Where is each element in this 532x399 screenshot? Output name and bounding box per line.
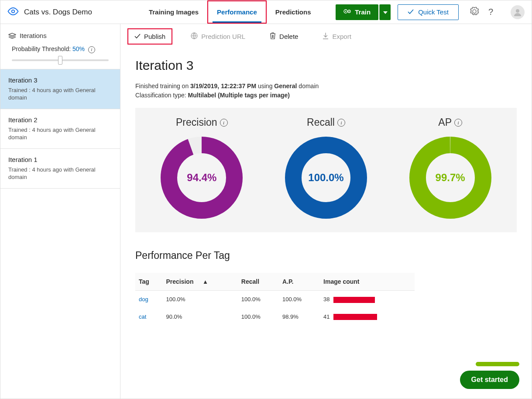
- col-tag[interactable]: Tag: [135, 273, 162, 291]
- per-tag-title: Performance Per Tag: [135, 250, 517, 261]
- iteration-item-title: Iteration 2: [8, 116, 112, 124]
- gears-icon: [343, 8, 351, 16]
- train-button[interactable]: Train: [336, 4, 378, 20]
- sidebar-header-label: Iterations: [20, 32, 47, 39]
- iteration-item-title: Iteration 1: [8, 156, 112, 163]
- precision-value: 94.4%: [160, 136, 243, 219]
- prediction-url-label: Prediction URL: [201, 33, 245, 40]
- iteration-item-1[interactable]: Iteration 2Trained : 4 hours ago with Ge…: [0, 109, 120, 148]
- globe-icon: [191, 32, 198, 41]
- iteration-item-subtitle: Trained : 4 hours ago with General domai…: [8, 86, 112, 102]
- prediction-url-button: Prediction URL: [185, 29, 251, 44]
- project-title: Cats vs. Dogs Demo: [24, 8, 92, 17]
- precision-donut: 94.4%: [160, 136, 243, 219]
- iteration-meta: Finished training on 3/19/2019, 12:22:37…: [135, 82, 517, 100]
- train-dropdown-button[interactable]: [379, 4, 391, 20]
- layers-icon: [8, 33, 16, 39]
- iteration-item-0[interactable]: Iteration 3Trained : 4 hours ago with Ge…: [0, 69, 120, 109]
- col-recall[interactable]: Recall: [238, 273, 279, 291]
- recall-value: 100.0%: [285, 136, 367, 219]
- table-row: dog100.0%100.0%100.0%38: [135, 291, 415, 308]
- delete-label: Delete: [279, 33, 298, 40]
- settings-gear-icon[interactable]: [470, 7, 479, 17]
- table-row: cat90.0%100.0%98.9%41: [135, 308, 415, 326]
- col-ap[interactable]: A.P.: [279, 273, 320, 291]
- precision-label: Precision: [176, 117, 217, 128]
- user-avatar[interactable]: [511, 5, 525, 19]
- check-icon: [134, 33, 141, 40]
- train-button-label: Train: [355, 8, 371, 16]
- col-precision[interactable]: Precision▴: [162, 273, 237, 291]
- caret-down-icon: [383, 9, 388, 15]
- download-icon: [323, 32, 329, 41]
- threshold-slider[interactable]: [12, 59, 109, 61]
- check-icon: [408, 8, 414, 16]
- sidebar-header: Iterations: [0, 24, 120, 43]
- svg-point-0: [12, 10, 14, 13]
- metric-precision: Precisioni 94.4%: [160, 117, 243, 219]
- tab-predictions[interactable]: Predictions: [267, 0, 320, 24]
- trash-icon: [270, 32, 276, 41]
- tab-performance[interactable]: Performance: [207, 0, 267, 24]
- info-icon[interactable]: i: [337, 119, 345, 127]
- iteration-item-2[interactable]: Iteration 1Trained : 4 hours ago with Ge…: [0, 148, 120, 189]
- main-tabs: Training Images Performance Predictions: [140, 0, 320, 24]
- export-button: Export: [316, 29, 357, 44]
- tag-link[interactable]: dog: [135, 291, 162, 308]
- top-nav: Cats vs. Dogs Demo Training Images Perfo…: [0, 0, 532, 24]
- progress-pill: [476, 362, 519, 366]
- svg-point-3: [345, 11, 347, 12]
- export-label: Export: [332, 33, 351, 40]
- quick-test-button[interactable]: Quick Test: [398, 4, 459, 20]
- quick-test-label: Quick Test: [418, 8, 449, 16]
- threshold-value: 50%: [72, 45, 85, 52]
- iteration-toolbar: Publish Prediction URL Delete Export: [120, 24, 532, 48]
- ap-value: 99.7%: [409, 136, 492, 219]
- svg-point-5: [516, 9, 519, 13]
- iteration-item-subtitle: Trained : 4 hours ago with General domai…: [8, 126, 112, 141]
- iteration-title: Iteration 3: [135, 58, 517, 73]
- recall-label: Recall: [307, 117, 335, 128]
- sidebar: Iterations Probability Threshold: 50% i …: [0, 24, 120, 399]
- ap-label: AP: [438, 117, 452, 128]
- slider-handle[interactable]: [58, 56, 62, 65]
- delete-button[interactable]: Delete: [264, 29, 304, 44]
- recall-donut: 100.0%: [285, 136, 367, 219]
- ap-donut: 99.7%: [409, 136, 492, 219]
- overall-metrics: Precisioni 94.4% Recalli 100.0% APi: [135, 108, 517, 232]
- col-image-count[interactable]: Image count: [320, 273, 415, 291]
- publish-button[interactable]: Publish: [127, 28, 172, 45]
- sort-asc-icon: ▴: [204, 278, 207, 285]
- info-icon[interactable]: i: [454, 119, 462, 127]
- tag-link[interactable]: cat: [135, 308, 162, 326]
- help-icon[interactable]: ?: [488, 7, 493, 17]
- logo-eye-icon: [7, 7, 19, 17]
- svg-point-4: [349, 11, 350, 12]
- info-icon[interactable]: i: [220, 119, 228, 127]
- info-icon[interactable]: i: [88, 46, 95, 53]
- iteration-item-title: Iteration 3: [8, 76, 112, 84]
- get-started-button[interactable]: Get started: [460, 371, 519, 389]
- per-tag-table: Tag Precision▴ Recall A.P. Image count d…: [135, 273, 415, 325]
- threshold-label: Probability Threshold:: [12, 45, 71, 52]
- publish-label: Publish: [144, 33, 165, 40]
- metric-recall: Recalli 100.0%: [285, 117, 367, 219]
- main-panel: Publish Prediction URL Delete Export Ite…: [120, 24, 532, 399]
- tab-training-images[interactable]: Training Images: [140, 0, 207, 24]
- metric-ap: APi 99.7%: [409, 117, 492, 219]
- iteration-item-subtitle: Trained : 4 hours ago with General domai…: [8, 166, 112, 181]
